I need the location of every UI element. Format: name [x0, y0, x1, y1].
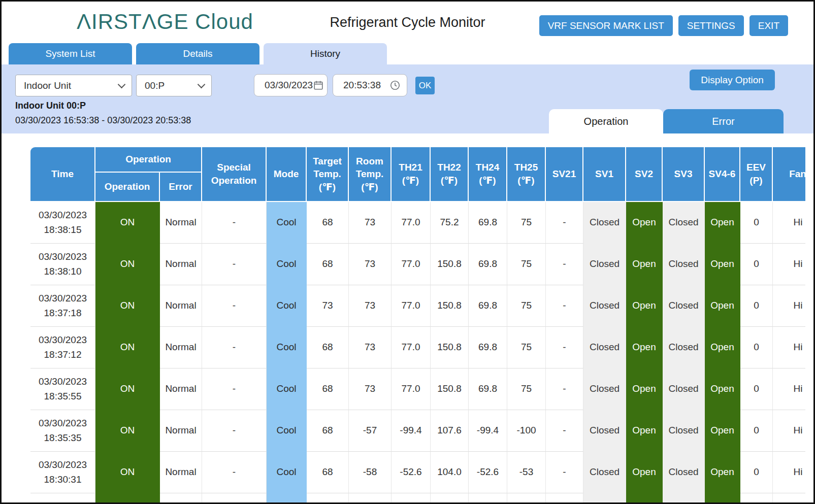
cell-fan: Hi [773, 327, 805, 368]
cell-error: Normal [160, 327, 202, 368]
cell-sv3: Closed [663, 244, 705, 285]
cell-sv21: - [546, 327, 583, 368]
tab-system-list[interactable]: System List [9, 43, 132, 64]
cell-sv1: Closed [583, 452, 626, 493]
cell-target: 73 [307, 285, 349, 327]
cell-room: 73 [349, 202, 392, 244]
table-row: 03/30/2023 18:38:15ONNormal-Cool687377.0… [30, 202, 805, 244]
unit-type-select-value: Indoor Unit [24, 80, 71, 91]
cell-th24: 69.8 [469, 285, 507, 327]
tab-error[interactable]: Error [663, 109, 784, 133]
cell-th21: 77.0 [392, 285, 431, 327]
table-row: 03/30/2023 18:37:18ONNormal-Cool737377.0… [30, 285, 805, 327]
cell-th24: 69.8 [469, 202, 507, 244]
unit-select-value: 00:P [145, 80, 165, 91]
cell-sv1: Closed [583, 327, 626, 368]
cell-sv3: Closed [663, 410, 705, 452]
cell-th24 [469, 493, 507, 502]
cell-operation: ON [95, 202, 160, 244]
cell-th25: 75 [507, 202, 546, 244]
display-option-button[interactable]: Display Option [690, 70, 775, 90]
col-header-target-temp: Target Temp. (℉) [307, 147, 349, 202]
col-header-mode: Mode [267, 147, 307, 202]
cell-th22: 104.0 [431, 452, 469, 493]
col-header-th21: TH21 (℉) [392, 147, 431, 202]
tab-operation[interactable]: Operation [549, 109, 663, 133]
cell-operation: ON [95, 452, 160, 493]
filter-band: Indoor Unit 00:P 03/30/2023 20:53:38 OK [2, 64, 813, 133]
cell-fan: Hi [773, 244, 805, 285]
vrf-sensor-mark-list-button[interactable]: VRF SENSOR MARK LIST [539, 15, 673, 36]
cell-room: 73 [349, 285, 392, 327]
cell-target: 68 [307, 410, 349, 452]
cell-fan: Hi [773, 202, 805, 244]
cell-special: - [202, 452, 267, 493]
cell-sv3: Closed [663, 285, 705, 327]
cell-mode: Cool [267, 368, 307, 410]
col-header-operation: Operation [95, 173, 160, 202]
cell-time: 03/30/2023 18:35:35 [30, 410, 95, 452]
cell-th22: 150.8 [431, 327, 469, 368]
settings-button[interactable]: SETTINGS [678, 15, 744, 36]
history-table-container: Time Operation Special Operation Mode Ta… [30, 147, 805, 502]
tab-details[interactable]: Details [136, 43, 259, 64]
cell-target: 68 [307, 452, 349, 493]
cell-sv46: Open [705, 410, 740, 452]
cell-mode: Cool [267, 285, 307, 327]
col-header-fan: Fan [773, 147, 805, 202]
cell-th21 [392, 493, 431, 502]
cell-mode: Cool [267, 244, 307, 285]
cell-room: 73 [349, 244, 392, 285]
cell-sv2: Open [626, 327, 663, 368]
cell-sv2: Open [626, 202, 663, 244]
cell-th25: 75 [507, 244, 546, 285]
cell-th25 [507, 493, 546, 502]
cell-mode: Cool [267, 202, 307, 244]
cell-sv1: Closed [583, 368, 626, 410]
cell-time: 03/30/2023 18:37:18 [30, 285, 95, 327]
cell-th24: -99.4 [469, 410, 507, 452]
date-input-value: 03/30/2023 [265, 80, 313, 91]
selected-time-range: 03/30/2023 16:53:38 - 03/30/2023 20:53:3… [15, 115, 191, 126]
cell-error: Normal [160, 410, 202, 452]
exit-button[interactable]: EXIT [749, 15, 788, 36]
cell-target: 68 [307, 327, 349, 368]
table-row: 03/30/2023 18:35:55ONNormal-Cool687377.0… [30, 368, 805, 410]
ok-button[interactable]: OK [415, 77, 435, 94]
cell-mode: Cool [267, 493, 307, 502]
cell-th25: -100 [507, 410, 546, 452]
cell-th22: 150.8 [431, 368, 469, 410]
cell-error [160, 493, 202, 502]
cell-special: - [202, 202, 267, 244]
cell-sv3: Closed [663, 327, 705, 368]
cell-room: -58 [349, 452, 392, 493]
col-header-room-temp: Room Temp. (℉) [349, 147, 392, 202]
col-header-sv3: SV3 [663, 147, 705, 202]
unit-select[interactable]: 00:P [136, 75, 212, 96]
tab-history[interactable]: History [264, 43, 387, 64]
cell-th22 [431, 493, 469, 502]
cell-th21: -99.4 [392, 410, 431, 452]
col-header-eev: EEV (P) [740, 147, 773, 202]
cell-sv21: - [546, 202, 583, 244]
cell-eev: 0 [740, 368, 773, 410]
cell-time: 03/30/2023 18:30:31 [30, 452, 95, 493]
date-input[interactable]: 03/30/2023 [254, 74, 328, 96]
col-header-sv21: SV21 [546, 147, 583, 202]
cell-target [307, 493, 349, 502]
time-input[interactable]: 20:53:38 [333, 74, 407, 96]
cell-th21: -52.6 [392, 452, 431, 493]
calendar-icon[interactable] [313, 80, 324, 91]
header-button-group: VRF SENSOR MARK LIST SETTINGS EXIT [539, 15, 788, 36]
col-header-error: Error [160, 173, 202, 202]
cell-sv3: Closed [663, 452, 705, 493]
cell-eev: 0 [740, 244, 773, 285]
cell-sv21: - [546, 244, 583, 285]
cell-mode: Cool [267, 410, 307, 452]
cell-sv46: Open [705, 327, 740, 368]
cell-time: 03/30/2023 18:38:15 [30, 202, 95, 244]
cell-error: Normal [160, 452, 202, 493]
unit-type-select[interactable]: Indoor Unit [15, 75, 132, 96]
clock-icon[interactable] [389, 80, 401, 91]
col-header-th24: TH24 (℉) [469, 147, 507, 202]
